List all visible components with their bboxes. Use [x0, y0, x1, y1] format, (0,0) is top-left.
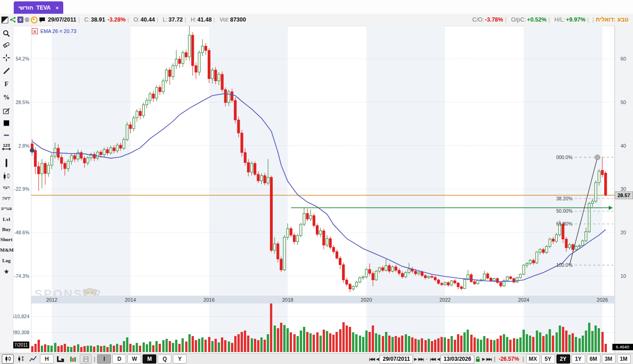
candlestick-style-button[interactable] — [2, 354, 14, 364]
charting-app: חודשי TEVA × X ® 29/07/2011 | C: 38.91 -… — [0, 0, 633, 364]
separator: | — [94, 356, 95, 362]
separator: | — [593, 17, 594, 23]
share-icon[interactable] — [10, 17, 16, 23]
filled-box-icon[interactable] — [0, 119, 13, 129]
svg-text:6.4640: 6.4640 — [616, 344, 629, 349]
step-forward-icon[interactable]: ▶ — [482, 357, 484, 361]
anchor-date-field[interactable]: 29/07/2011 — [380, 355, 413, 364]
percent-tool[interactable]: % — [0, 94, 13, 101]
hlc-style-button[interactable]: H — [40, 354, 54, 364]
tab-label-symbol: TEVA — [36, 5, 50, 11]
high-value: 41.48 — [198, 17, 212, 23]
step-back-icon[interactable]: ◀ — [376, 357, 379, 361]
search-icon[interactable] — [0, 29, 13, 39]
close-change: -3.28% — [108, 17, 126, 23]
step-back-icon[interactable]: ◀ — [437, 357, 440, 361]
trendline-handle — [595, 155, 600, 160]
chart-svg[interactable]: 54.2%6028.5%502.8%40-22.9%30-48.6%20-74.… — [0, 26, 633, 353]
fibonacci-tool[interactable]: F — [0, 81, 13, 88]
anchor-date-dot[interactable] — [30, 148, 34, 153]
period-button-m[interactable]: M — [143, 354, 156, 364]
save-icon[interactable] — [80, 354, 92, 364]
chart-style-icon[interactable] — [1, 17, 8, 23]
range-button-3m[interactable]: 3M — [602, 354, 616, 364]
forward-end-icon[interactable]: ▶▶| — [418, 357, 424, 361]
rewind-start-icon[interactable]: |◀◀ — [430, 357, 435, 361]
horizontal-line-icon[interactable] — [0, 131, 13, 141]
comment-bubble-icon[interactable] — [39, 17, 45, 23]
trendline-tool-icon[interactable] — [0, 67, 13, 77]
period-buttons: DWMQY — [112, 354, 187, 364]
svg-text:2012: 2012 — [46, 297, 57, 303]
forward-end-icon[interactable]: ▶▶| — [486, 357, 492, 361]
period-button-q[interactable]: Q — [158, 354, 171, 364]
svg-text:000.0%: 000.0% — [556, 154, 572, 160]
bottom-toolbar: H | I DWMQY |◀◀ ◀ 29/07/2011 ▶ ▶▶| - |◀◀… — [0, 353, 633, 364]
sidebar-item-lvl[interactable]: Lvl — [0, 216, 13, 222]
range-button-mx[interactable]: MX — [526, 354, 540, 364]
excel-export-icon[interactable]: X — [17, 17, 23, 23]
sidebar-item-pearim[interactable]: פערים — [0, 206, 13, 211]
sidebar-item-buy[interactable]: Buy — [0, 226, 13, 232]
close-value: 38.91 — [91, 17, 105, 23]
open-value: 40.44 — [141, 17, 155, 23]
svg-text:54.2%: 54.2% — [16, 56, 29, 61]
rewind-start-icon[interactable]: |◀◀ — [369, 357, 374, 361]
drawing-tools-sidebar: F % 123 רצף קיצון פערים Lvl Buy Short M&… — [0, 26, 13, 353]
range-button-5y[interactable]: 5Y — [541, 354, 555, 364]
period-button-w[interactable]: W — [127, 354, 141, 364]
svg-text:X: X — [33, 29, 36, 34]
separator: | — [185, 17, 186, 23]
svg-text:50.00%: 50.00% — [556, 208, 572, 214]
hl-value: +9.97% — [566, 17, 586, 23]
range-button-1m[interactable]: 1M — [617, 354, 631, 364]
candles-tool-icon[interactable] — [0, 171, 13, 183]
sidebar-item-kitzon[interactable]: קיצון — [0, 196, 13, 200]
sidebar-item-short[interactable]: Short — [0, 237, 13, 242]
svg-text:61.80%: 61.80% — [556, 221, 572, 226]
favorite-star-icon[interactable]: ★ — [0, 268, 13, 275]
svg-text:2024: 2024 — [518, 297, 529, 303]
separator: | — [214, 17, 215, 23]
range-button-2y[interactable]: 2Y — [556, 354, 570, 364]
svg-text:-74.3%: -74.3% — [14, 273, 29, 279]
period-button-y[interactable]: Y — [173, 354, 187, 364]
svg-text:2022: 2022 — [440, 297, 451, 303]
vertical-line-icon[interactable] — [0, 159, 13, 170]
interval-info-button[interactable]: I — [97, 354, 111, 364]
svg-text:50: 50 — [621, 99, 626, 105]
tab-bar: חודשי TEVA × — [0, 0, 633, 14]
svg-text:-48.6%: -48.6% — [14, 230, 29, 235]
year-axis: 20122014201620182020202220242026 — [31, 296, 615, 303]
line-style-button[interactable] — [28, 355, 39, 363]
tab-close-icon[interactable]: × — [55, 5, 58, 11]
sidebar-item-mm[interactable]: M&M — [0, 247, 13, 253]
ema-legend[interactable]: XEMA 26 = 20.73 — [32, 28, 77, 34]
period-button-d[interactable]: D — [112, 354, 126, 364]
range-button-1y[interactable]: 1Y — [572, 354, 585, 364]
sidebar-item-log[interactable]: Log — [0, 258, 13, 263]
dual-listing-value[interactable]: טבע — [617, 17, 628, 23]
lock-icon[interactable] — [475, 356, 480, 362]
eraser-icon[interactable] — [0, 41, 13, 51]
dual-listing-label: דואלית: — [596, 17, 616, 23]
end-date-field[interactable]: 13/03/2026 — [440, 355, 474, 364]
svg-text:38.20%: 38.20% — [556, 196, 572, 201]
step-forward-icon[interactable]: ▶ — [414, 357, 416, 361]
candle-arrow-style-button[interactable] — [15, 355, 26, 363]
svg-text:10: 10 — [621, 273, 626, 279]
price-chart[interactable]: 54.2%6028.5%502.8%40-22.9%30-48.6%20-74.… — [0, 26, 633, 353]
bracket-style-button[interactable] — [55, 355, 66, 363]
svg-text:EMA 26 = 20.73: EMA 26 = 20.73 — [40, 28, 77, 34]
high-label: H: — [191, 17, 197, 23]
crosshair-icon[interactable] — [0, 54, 13, 64]
target-icon[interactable] — [31, 17, 38, 23]
sidebar-item-retzef[interactable]: רצף — [0, 185, 13, 190]
svg-text:30: 30 — [621, 186, 626, 192]
range-button-6m[interactable]: 6M — [587, 354, 600, 364]
note-edit-icon[interactable] — [0, 107, 13, 117]
measure-tool-icon[interactable]: 123 — [0, 143, 13, 154]
volume-colors-button[interactable] — [67, 355, 78, 363]
volume-label: Vol: — [220, 17, 229, 23]
tab-teva-monthly[interactable]: חודשי TEVA × — [14, 1, 63, 14]
